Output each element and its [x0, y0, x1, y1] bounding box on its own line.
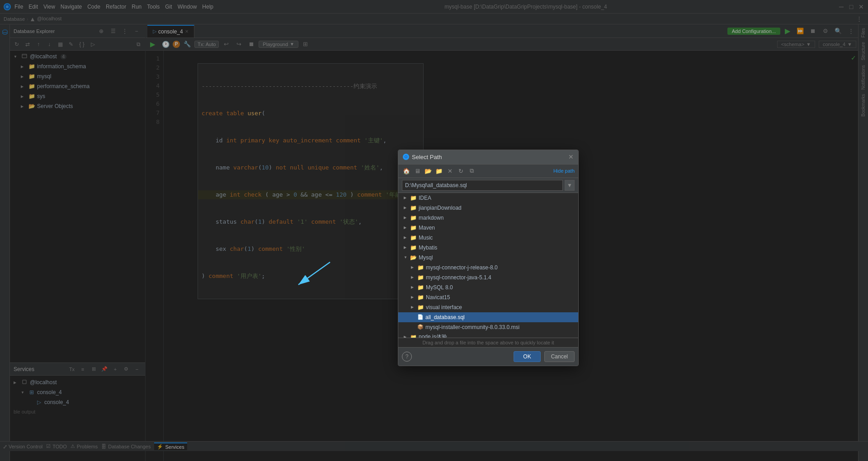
dialog-buttons: ? OK Cancel: [398, 347, 578, 366]
dialog-tree-item-markdown[interactable]: ▶ 📁 markdown: [398, 213, 578, 223]
dialog-home-button[interactable]: 🏠: [402, 166, 411, 175]
dialog-tree-item-mysql-installer[interactable]: 📦 mysql-installer-community-8.0.33.0.msi: [398, 322, 578, 332]
dialog-path-bar: ▼: [398, 178, 578, 193]
svg-point-4: [406, 156, 407, 158]
dialog-ok-button[interactable]: OK: [514, 351, 540, 362]
dialog-title: Select Path ✕: [398, 150, 578, 165]
dialog-path-dropdown[interactable]: ▼: [565, 180, 575, 191]
dialog-cancel-button[interactable]: Cancel: [544, 351, 575, 362]
dialog-help-button[interactable]: ?: [402, 352, 412, 362]
dialog-toolbar: 🏠 🖥 📂 📁 ✕ ↻ ⧉ Hide path: [398, 165, 578, 178]
dialog-overlay: Select Path ✕ 🏠 🖥 📂 📁 ✕ ↻ ⧉ Hide path ▼ …: [0, 0, 868, 461]
dialog-tree-item-visual-interface[interactable]: ▶ 📁 visual interface: [398, 302, 578, 312]
hide-path-button[interactable]: Hide path: [553, 168, 575, 174]
dialog-copy-button[interactable]: ⧉: [467, 166, 476, 175]
dialog-close-button[interactable]: ✕: [568, 153, 574, 160]
dialog-tree-item-Mybatis[interactable]: ▶ 📁 Mybatis: [398, 243, 578, 253]
dialog-tree-item-Music[interactable]: ▶ 📁 Music: [398, 233, 578, 243]
dialog-file-tree[interactable]: ▶ 📁 IDEA ▶ 📁 jianpianDownload ▶ 📁 markdo…: [398, 193, 578, 338]
dialog-tree-item-mysql-connector-j[interactable]: ▶ 📁 mysql-connector-j-release-8.0: [398, 263, 578, 273]
dialog-desktop-button[interactable]: 🖥: [413, 166, 422, 175]
dialog-tool-group: 🏠 🖥 📂 📁 ✕ ↻ ⧉: [402, 166, 476, 175]
dialog-path-input[interactable]: [402, 180, 563, 191]
dialog-tree-item-jianpianDownload[interactable]: ▶ 📁 jianpianDownload: [398, 203, 578, 213]
select-path-dialog: Select Path ✕ 🏠 🖥 📂 📁 ✕ ↻ ⧉ Hide path ▼ …: [398, 150, 579, 366]
dialog-tree-item-all-database-sql[interactable]: 📄 all_database.sql: [398, 312, 578, 322]
dialog-folder-button[interactable]: 📂: [424, 166, 433, 175]
dialog-tree-item-Navicat15[interactable]: ▶ 📁 Navicat15: [398, 292, 578, 302]
dialog-tree-item-MySQL80[interactable]: ▶ 📁 MySQL 8.0: [398, 282, 578, 292]
dialog-tree-item-Maven[interactable]: ▶ 📁 Maven: [398, 223, 578, 233]
dialog-tree-item-mysql-connector-java[interactable]: ▶ 📁 mysql-connector-java-5.1.4: [398, 273, 578, 282]
dialog-delete-button[interactable]: ✕: [445, 166, 454, 175]
dialog-tree-item-nodejs[interactable]: ▶ 📁 node.js体验: [398, 332, 578, 338]
dialog-tree-item-IDEA[interactable]: ▶ 📁 IDEA: [398, 193, 578, 203]
dialog-new-folder-button[interactable]: 📁: [434, 166, 443, 175]
dialog-tree-item-Mysql[interactable]: ▼ 📂 Mysql: [398, 253, 578, 263]
dialog-refresh-button[interactable]: ↻: [456, 166, 465, 175]
dialog-footer-hint: Drag and drop a file into the space abov…: [398, 338, 578, 347]
